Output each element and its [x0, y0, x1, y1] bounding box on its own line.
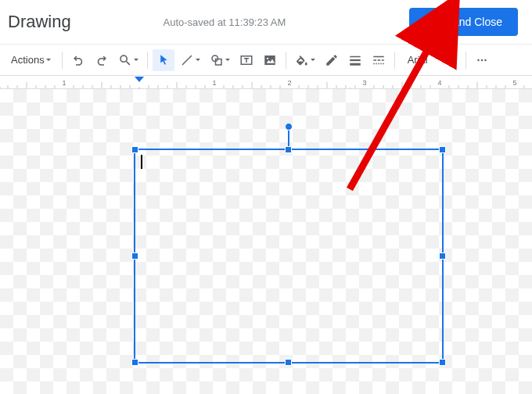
chevron-down-icon — [196, 59, 200, 61]
svg-point-5 — [267, 57, 268, 59]
toolbar: Actions — [0, 44, 532, 75]
font-selector[interactable]: Arial — [400, 50, 461, 70]
svg-rect-9 — [373, 56, 384, 57]
zoom-button[interactable] — [114, 49, 142, 71]
separator — [286, 52, 286, 69]
redo-button[interactable] — [91, 49, 113, 71]
select-tool-button[interactable] — [153, 49, 174, 71]
resize-handle-sw[interactable] — [131, 359, 138, 366]
line-icon — [180, 53, 194, 67]
dialog-header: Drawing Auto-saved at 11:39:23 AM Save a… — [0, 0, 532, 44]
svg-rect-10 — [373, 59, 376, 61]
separator — [394, 52, 395, 69]
chevron-down-icon — [134, 59, 138, 61]
textbox-tool-button[interactable] — [235, 49, 257, 71]
svg-rect-11 — [377, 59, 380, 61]
separator — [62, 52, 63, 69]
svg-text:3: 3 — [362, 79, 366, 87]
selected-textbox[interactable] — [134, 149, 444, 364]
save-and-close-button[interactable]: Save and Close — [409, 8, 518, 36]
svg-rect-8 — [350, 63, 361, 65]
border-weight-icon — [348, 53, 362, 67]
horizontal-ruler[interactable]: 112345 — [0, 75, 532, 89]
redo-icon — [95, 53, 109, 67]
rotate-handle[interactable] — [285, 123, 293, 131]
drawing-canvas[interactable] — [0, 89, 532, 394]
more-horizontal-icon — [475, 53, 489, 67]
border-weight-button[interactable] — [344, 49, 366, 71]
text-cursor — [141, 155, 142, 169]
shape-icon — [210, 53, 224, 67]
svg-rect-7 — [350, 59, 361, 60]
resize-handle-s[interactable] — [285, 359, 292, 366]
resize-handle-ne[interactable] — [439, 146, 446, 153]
font-name: Arial — [408, 54, 428, 66]
zoom-icon — [118, 53, 132, 67]
svg-rect-12 — [381, 59, 383, 61]
fill-color-button[interactable] — [291, 49, 319, 71]
border-dash-icon — [372, 53, 386, 67]
resize-handle-e[interactable] — [439, 253, 446, 260]
undo-button[interactable] — [67, 49, 89, 71]
svg-text:4: 4 — [437, 79, 441, 87]
chevron-down-icon — [46, 59, 51, 61]
svg-text:1: 1 — [212, 79, 216, 87]
svg-rect-16 — [380, 63, 382, 64]
svg-rect-3 — [264, 56, 275, 65]
pencil-icon — [325, 53, 339, 67]
resize-handle-n[interactable] — [285, 146, 292, 153]
svg-text:2: 2 — [287, 79, 291, 87]
resize-handle-se[interactable] — [439, 359, 446, 366]
svg-marker-84 — [135, 77, 144, 82]
autosave-status: Auto-saved at 11:39:23 AM — [71, 16, 409, 28]
textbox-icon — [239, 53, 253, 67]
resize-handle-w[interactable] — [131, 253, 138, 260]
image-tool-button[interactable] — [259, 49, 281, 71]
svg-rect-6 — [350, 56, 361, 57]
svg-rect-17 — [383, 63, 384, 64]
line-tool-button[interactable] — [176, 49, 204, 71]
svg-point-19 — [480, 59, 483, 61]
cursor-icon — [156, 53, 171, 67]
svg-rect-14 — [376, 63, 377, 64]
rotate-stem — [288, 130, 289, 147]
more-button[interactable] — [471, 49, 493, 71]
first-line-indent-icon[interactable] — [135, 77, 144, 82]
paint-bucket-icon — [295, 53, 309, 67]
resize-handle-nw[interactable] — [131, 146, 138, 153]
undo-icon — [71, 53, 85, 67]
svg-rect-1 — [215, 59, 221, 65]
svg-text:1: 1 — [62, 79, 66, 87]
svg-rect-15 — [378, 63, 379, 64]
border-color-button[interactable] — [321, 49, 343, 71]
svg-text:5: 5 — [512, 79, 516, 87]
svg-rect-13 — [373, 63, 375, 64]
shape-tool-button[interactable] — [206, 49, 234, 71]
separator — [466, 52, 466, 69]
actions-label: Actions — [11, 54, 45, 66]
svg-point-18 — [477, 59, 480, 61]
separator — [147, 52, 148, 69]
image-icon — [263, 53, 277, 67]
dialog-title: Drawing — [8, 12, 71, 32]
chevron-down-icon — [225, 59, 230, 61]
chevron-down-icon — [311, 59, 315, 61]
border-dash-button[interactable] — [368, 49, 390, 71]
actions-menu[interactable]: Actions — [5, 49, 57, 71]
svg-point-20 — [484, 59, 487, 61]
